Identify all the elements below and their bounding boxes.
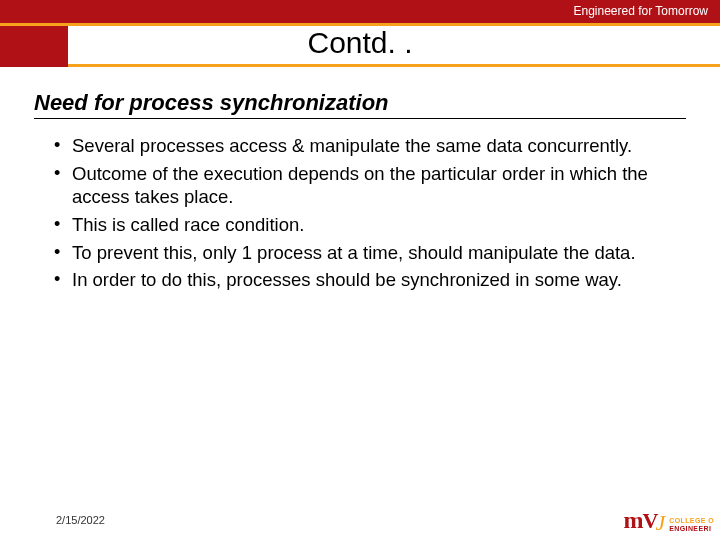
logo-text: COLLEGE O ENGINEERI <box>669 517 714 532</box>
logo-letter-m: m <box>624 508 644 532</box>
list-item: Outcome of the execution depends on the … <box>50 162 686 209</box>
header-accent-band-lower <box>0 64 720 67</box>
list-item: Several processes access & manipulate th… <box>50 134 686 158</box>
list-item: To prevent this, only 1 process at a tim… <box>50 241 686 265</box>
footer-logo: m V J COLLEGE O ENGINEERI <box>624 508 714 532</box>
bullet-list: Several processes access & manipulate th… <box>50 134 686 296</box>
slide-title: Contd. . <box>0 26 720 60</box>
slide: Engineered for Tomorrow Contd. . Need fo… <box>0 0 720 540</box>
list-item: In order to do this, processes should be… <box>50 268 686 292</box>
subtitle: Need for process synchronization <box>34 90 389 116</box>
subtitle-rule <box>34 118 686 119</box>
logo-text-line1: COLLEGE O <box>669 517 714 524</box>
tagline: Engineered for Tomorrow <box>573 0 708 23</box>
logo-letter-j: J <box>655 512 665 534</box>
footer-date: 2/15/2022 <box>56 514 105 526</box>
logo-mark: m V J <box>624 508 666 532</box>
logo-text-line2: ENGINEERI <box>669 525 714 532</box>
list-item: This is called race condition. <box>50 213 686 237</box>
